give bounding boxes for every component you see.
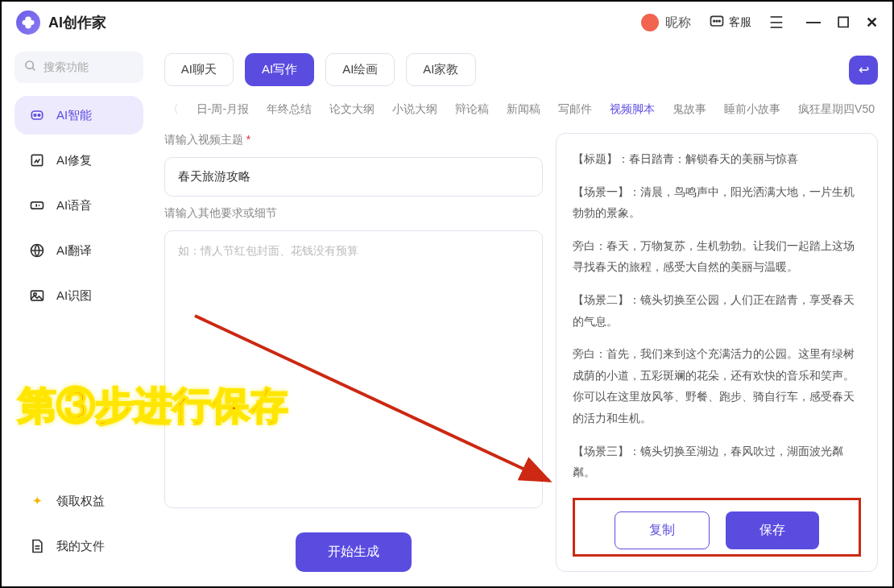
sidebar-item-label: AI翻译 [56, 243, 92, 259]
image-icon [29, 288, 45, 304]
sidebar-item-ai-translate[interactable]: AI翻译 [14, 231, 143, 270]
tab-draw[interactable]: AI绘画 [325, 53, 395, 86]
svg-point-7 [34, 114, 36, 117]
gift-icon: ✦ [29, 493, 45, 509]
writing-categories: 〈 日-周-月报 年终总结 论文大纲 小说大纲 辩论稿 新闻稿 写邮件 视频脚本… [164, 96, 878, 123]
customer-service-label: 客服 [729, 15, 751, 30]
app-title: AI创作家 [48, 13, 106, 32]
brain-icon [29, 107, 45, 123]
action-row-highlight: 复制 保存 [573, 498, 861, 557]
svg-line-5 [32, 68, 35, 70]
window-minimize[interactable]: — [806, 14, 821, 31]
sidebar-item-files[interactable]: 我的文件 [14, 527, 151, 565]
sidebar: 搜索功能 AI智能 AI修复 AI语音 AI翻译 AI识图 ✦ 领取权益 [2, 43, 156, 586]
detail-textarea[interactable]: 如：情人节红包封面、花钱没有预算 [164, 230, 543, 508]
subtab-news[interactable]: 新闻稿 [507, 102, 540, 117]
input-panel: 请输入视频主题 * 春天旅游攻略 请输入其他要求或细节 如：情人节红包封面、花钱… [164, 133, 543, 572]
tab-tutor[interactable]: AI家教 [406, 53, 475, 86]
save-button[interactable]: 保存 [726, 511, 819, 549]
window-maximize[interactable]: ☐ [837, 14, 850, 31]
output-text[interactable]: 【标题】：春日踏青：解锁春天的美丽与惊喜 【场景一】：清晨，鸟鸣声中，阳光洒满大… [573, 148, 861, 490]
subtab-bedtime[interactable]: 睡前小故事 [724, 102, 780, 117]
sidebar-item-ai-smart[interactable]: AI智能 [14, 96, 143, 135]
sidebar-item-ai-voice[interactable]: AI语音 [14, 186, 143, 225]
topic-label: 请输入视频主题 * [164, 133, 543, 147]
subtab-report[interactable]: 日-周-月报 [197, 102, 249, 117]
subtab-thursday[interactable]: 疯狂星期四V50 [798, 102, 875, 117]
subtab-debate[interactable]: 辩论稿 [455, 102, 489, 117]
sidebar-item-label: AI修复 [56, 153, 92, 168]
sidebar-item-label: 我的文件 [56, 539, 105, 554]
subtab-novel[interactable]: 小说大纲 [392, 102, 437, 117]
sidebar-item-label: AI识图 [56, 288, 92, 304]
output-line: 旁白：首先，我们来到这个充满活力的公园。这里有绿树成荫的小道，五彩斑斓的花朵，还… [573, 343, 856, 429]
customer-service-button[interactable]: 客服 [702, 10, 758, 35]
copy-button[interactable]: 复制 [615, 511, 710, 549]
output-line: 【场景一】：清晨，鸟鸣声中，阳光洒满大地，一片生机勃勃的景象。 [573, 181, 856, 224]
svg-point-3 [719, 20, 721, 22]
svg-point-4 [26, 61, 33, 68]
voice-icon [29, 197, 45, 213]
return-icon: ↩ [859, 62, 869, 77]
app-logo [16, 10, 40, 35]
subtab-video-script[interactable]: 视频脚本 [610, 102, 655, 117]
search-placeholder: 搜索功能 [43, 60, 89, 75]
svg-point-2 [716, 20, 718, 22]
svg-point-1 [714, 20, 715, 22]
svg-point-8 [38, 114, 40, 117]
required-mark: * [246, 133, 250, 146]
repair-icon [29, 152, 45, 168]
sidebar-item-label: AI语音 [56, 198, 92, 213]
generate-button[interactable]: 开始生成 [296, 532, 412, 572]
avatar-icon [641, 14, 659, 31]
topic-input[interactable]: 春天旅游攻略 [164, 157, 543, 197]
back-button[interactable]: ↩ [849, 56, 878, 85]
output-line: 旁白：春天，万物复苏，生机勃勃。让我们一起踏上这场寻找春天的旅程，感受大自然的美… [573, 235, 856, 278]
chat-icon [709, 14, 725, 32]
detail-label: 请输入其他要求或细节 [164, 206, 543, 221]
subtab-email[interactable]: 写邮件 [558, 102, 592, 117]
menu-icon[interactable]: ☰ [769, 13, 784, 32]
tab-write[interactable]: AI写作 [245, 53, 314, 86]
window-close[interactable]: ✕ [866, 14, 878, 31]
content-area: AI聊天 AI写作 AI绘画 AI家教 ↩ 〈 日-周-月报 年终总结 论文大纲… [156, 43, 892, 586]
search-icon [24, 60, 37, 75]
file-icon [29, 538, 45, 554]
chevron-left-icon[interactable]: 〈 [168, 102, 179, 117]
sidebar-item-benefits[interactable]: ✦ 领取权益 [14, 482, 151, 520]
user-badge[interactable]: 昵称 [641, 14, 691, 31]
search-input[interactable]: 搜索功能 [14, 52, 143, 83]
user-nickname: 昵称 [665, 14, 691, 31]
sidebar-item-label: 领取权益 [56, 494, 105, 509]
subtab-thesis[interactable]: 论文大纲 [329, 102, 375, 117]
titlebar: AI创作家 昵称 客服 ☰ — ☐ ✕ [2, 2, 892, 43]
subtab-ghost[interactable]: 鬼故事 [673, 102, 706, 117]
main-tabs: AI聊天 AI写作 AI绘画 AI家教 ↩ [164, 53, 878, 86]
translate-icon [29, 242, 45, 259]
sidebar-item-ai-repair[interactable]: AI修复 [14, 141, 143, 180]
output-line: 【标题】：春日踏青：解锁春天的美丽与惊喜 [573, 148, 856, 170]
sidebar-item-label: AI智能 [56, 108, 92, 123]
sidebar-item-ai-image[interactable]: AI识图 [14, 276, 143, 315]
svg-rect-6 [31, 111, 42, 119]
tab-chat[interactable]: AI聊天 [164, 53, 234, 86]
output-line: 【场景三】：镜头切换至湖边，春风吹过，湖面波光粼粼。 [573, 441, 856, 483]
output-panel: 【标题】：春日踏青：解锁春天的美丽与惊喜 【场景一】：清晨，鸟鸣声中，阳光洒满大… [556, 133, 878, 572]
output-line: 【场景二】：镜头切换至公园，人们正在踏青，享受春天的气息。 [573, 289, 856, 332]
subtab-annual[interactable]: 年终总结 [267, 102, 312, 117]
